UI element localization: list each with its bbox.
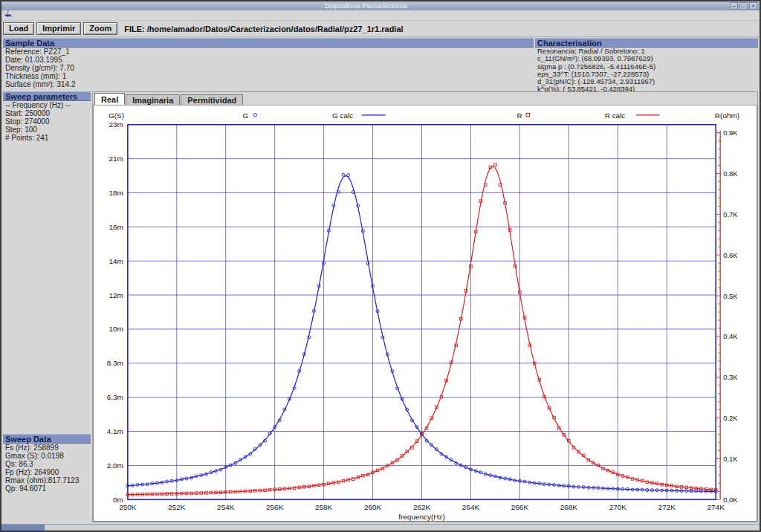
toolbar: Load Imprimir Zoom FILE: /home/amador/Da…: [1, 21, 760, 37]
legend-g-marker: [253, 114, 256, 117]
print-button[interactable]: Imprimir: [36, 22, 81, 35]
sample-density: Density (g/cm³): 7.70: [3, 64, 534, 72]
sweep-step: Step: 100: [3, 126, 91, 134]
java-icon: [4, 9, 12, 22]
svg-text:274K: 274K: [707, 503, 725, 511]
svg-text:8.3m: 8.3m: [107, 359, 123, 367]
tab-bar: Real Imaginaria Permitividad: [93, 92, 757, 105]
sweep-fs: Fs (Hz): 258899: [3, 444, 91, 452]
svg-text:272K: 272K: [658, 503, 676, 511]
svg-text:268K: 268K: [560, 503, 578, 511]
legend: G(S)GG calcRR calcR(ohm): [109, 111, 739, 120]
x-axis-labels: 250K252K254K256K258K260K262K264K266K268K…: [119, 503, 725, 511]
sweep-rmax: Rmax (ohm):817.7123: [3, 476, 91, 484]
sweep-qs: Qs: 86.3: [3, 460, 91, 468]
svg-text:0.9K: 0.9K: [723, 129, 738, 137]
svg-text:2.0m: 2.0m: [107, 461, 123, 470]
svg-text:254K: 254K: [217, 503, 235, 511]
svg-text:0.5K: 0.5K: [723, 292, 738, 300]
svg-text:0.0K: 0.0K: [723, 496, 738, 504]
sweep-data-header: Sweep Data: [3, 434, 91, 444]
svg-text:23m: 23m: [109, 120, 123, 129]
svg-text:252K: 252K: [168, 503, 186, 511]
svg-text:0.6K: 0.6K: [723, 251, 738, 259]
svg-text:260K: 260K: [364, 503, 382, 511]
window-title: Dispositivos Piezoeléctricos: [4, 2, 728, 10]
svg-text:0.7K: 0.7K: [723, 210, 738, 218]
sidebar: Sweep parameters -- Frequency (Hz) -- St…: [3, 91, 91, 522]
tab-real[interactable]: Real: [94, 93, 125, 105]
minimize-button[interactable]: –: [730, 2, 738, 10]
resonance-chart[interactable]: 23m21m18m16m14m12m10m8.3m6.3m4.1m2.0m0m2…: [94, 106, 757, 521]
svg-text:10m: 10m: [109, 325, 123, 333]
svg-text:16m: 16m: [109, 223, 123, 231]
right-axis: 0.0K0.1K0.2K0.3K0.4K0.5K0.6K0.7K0.8K0.9K: [716, 129, 739, 504]
svg-text:R(ohm): R(ohm): [715, 111, 739, 120]
sweep-fp: Fp (Hz): 264900: [3, 468, 91, 476]
sample-thickness: Thickness (mm): 1: [3, 72, 534, 80]
menu-bar: [1, 10, 760, 21]
main-row: Sweep parameters -- Frequency (Hz) -- St…: [1, 90, 760, 524]
sweep-qp: Qp: 94.6071: [3, 484, 91, 493]
sweep-data-panel: Sweep Data Fs (Hz): 258899 Gmax (S): 0.0…: [3, 434, 91, 493]
svg-text:6.3m: 6.3m: [107, 393, 123, 401]
svg-text:0m: 0m: [113, 496, 123, 504]
svg-text:0.4K: 0.4K: [723, 332, 738, 340]
svg-text:0.2K: 0.2K: [723, 414, 738, 422]
svg-text:270K: 270K: [609, 503, 627, 511]
svg-text:12m: 12m: [109, 291, 123, 299]
maximize-button[interactable]: □: [739, 2, 748, 10]
svg-text:R: R: [516, 111, 522, 120]
sample-data-panel: Sample Data Reference: PZ27_1 Date: 01.0…: [3, 38, 534, 90]
svg-text:0.3K: 0.3K: [723, 373, 738, 381]
svg-text:0.1K: 0.1K: [723, 455, 738, 463]
svg-text:0.8K: 0.8K: [723, 169, 738, 178]
sweep-stop: Stop: 274000: [3, 117, 91, 126]
svg-text:frequency(Hz): frequency(Hz): [398, 513, 445, 521]
svg-text:266K: 266K: [511, 503, 529, 511]
sample-surface: Surface (mm²): 314.2: [3, 80, 534, 88]
sample-data-header: Sample Data: [3, 38, 534, 48]
sweep-parameters-header: Sweep parameters: [3, 91, 91, 101]
svg-text:258K: 258K: [315, 503, 333, 511]
svg-text:14m: 14m: [109, 257, 123, 265]
chart-panel: Real Imaginaria Permitividad 23m21m18m16…: [92, 91, 758, 522]
svg-text:256K: 256K: [266, 503, 284, 511]
sample-date: Date: 01.03.1995: [3, 56, 534, 64]
load-button[interactable]: Load: [3, 22, 34, 35]
legend-r-marker: [526, 113, 529, 116]
chart-area[interactable]: 23m21m18m16m14m12m10m8.3m6.3m4.1m2.0m0m2…: [93, 105, 757, 522]
zoom-button[interactable]: Zoom: [83, 22, 117, 35]
close-button[interactable]: ×: [749, 2, 757, 10]
left-axis-labels: 23m21m18m16m14m12m10m8.3m6.3m4.1m2.0m0m: [107, 120, 123, 504]
sweep-gmax: Gmax (S): 0.0198: [3, 452, 91, 460]
svg-text:262K: 262K: [413, 503, 431, 511]
top-panels-row: Sample Data Reference: PZ27_1 Date: 01.0…: [1, 37, 760, 90]
characterisation-panel: Characterisation Resonancia: Radial / So…: [535, 38, 758, 90]
svg-text:R calc: R calc: [605, 111, 626, 120]
gridlines: [128, 125, 716, 500]
svg-text:G calc: G calc: [332, 111, 353, 120]
sweep-parameters-panel: Sweep parameters -- Frequency (Hz) -- St…: [3, 91, 91, 142]
svg-text:21m: 21m: [109, 155, 123, 163]
svg-text:264K: 264K: [462, 503, 480, 511]
resize-grip[interactable]: [1, 525, 45, 531]
svg-text:18m: 18m: [109, 189, 123, 197]
file-path-label: FILE: /home/amador/Datos/Caracterizacion…: [124, 25, 403, 33]
svg-text:G: G: [242, 111, 248, 120]
title-bar[interactable]: Dispositivos Piezoeléctricos – □ ×: [1, 1, 760, 10]
sweep-points: # Points: 241: [3, 134, 91, 142]
sweep-freq-label: -- Frequency (Hz) --: [3, 101, 91, 109]
window-bottom-border: [1, 524, 760, 531]
sweep-start: Start: 250000: [3, 109, 91, 117]
tab-permitividad[interactable]: Permitividad: [181, 94, 243, 105]
tab-imaginaria[interactable]: Imaginaria: [126, 94, 180, 105]
sample-reference: Reference: PZ27_1: [3, 48, 534, 56]
svg-text:4.1m: 4.1m: [107, 427, 123, 435]
app-window: Dispositivos Piezoeléctricos – □ × Load …: [0, 0, 761, 532]
svg-text:G(S): G(S): [109, 111, 124, 120]
svg-text:250K: 250K: [119, 503, 137, 511]
